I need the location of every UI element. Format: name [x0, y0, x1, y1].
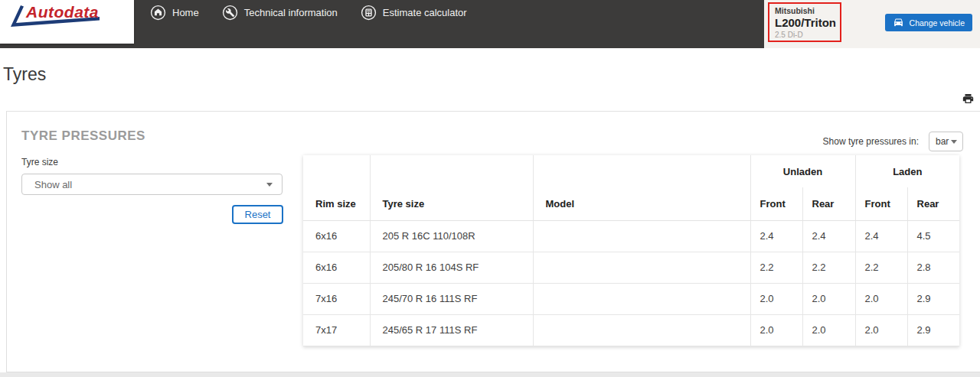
calculator-icon	[361, 5, 377, 21]
cell-unladen-rear: 2.0	[802, 314, 855, 346]
cell-rim-size: 6x16	[303, 252, 370, 283]
tyre-size-select[interactable]: Show all	[21, 174, 283, 195]
chevron-down-icon	[951, 140, 957, 144]
nav-technical-information-label: Technical information	[244, 7, 338, 18]
column-header-unladen-front: Front	[750, 187, 802, 220]
cell-rim-size: 7x16	[303, 283, 370, 314]
cell-rim-size: 6x16	[303, 220, 370, 252]
column-header-laden-rear: Rear	[907, 187, 959, 220]
cell-laden-rear: 2.9	[907, 314, 959, 346]
table-row: 7x16 245/70 R 16 111S RF 2.0 2.0 2.0 2.9	[303, 283, 959, 314]
tyre-pressures-table-panel: Unladen Laden Rim size Tyre size Model F…	[303, 155, 959, 346]
top-header: Autodata Home	[0, 0, 980, 48]
cell-laden-front: 2.0	[855, 283, 907, 314]
table-row: 6x16 205 R 16C 110/108R 2.4 2.4 2.4 4.5	[303, 220, 959, 252]
header-dark-section: Autodata Home	[0, 0, 764, 48]
cell-unladen-rear: 2.0	[802, 283, 855, 314]
column-header-unladen-rear: Rear	[802, 187, 855, 220]
table-row: 7x17 245/65 R 17 111S RF 2.0 2.0 2.0 2.9	[303, 314, 959, 346]
logo-text: Autodata	[26, 3, 99, 21]
cell-laden-rear: 2.9	[907, 283, 959, 314]
nav-estimate-calculator[interactable]: Estimate calculator	[361, 5, 467, 21]
column-header-model: Model	[533, 187, 750, 220]
tyre-size-label: Tyre size	[21, 157, 58, 167]
tyre-pressures-card: TYRE PRESSURES Show tyre pressures in: b…	[6, 111, 980, 372]
main-nav: Home Technical information	[150, 0, 490, 24]
column-header-rim-size: Rim size	[303, 187, 370, 220]
cell-rim-size: 7x17	[303, 314, 370, 346]
nav-estimate-calculator-label: Estimate calculator	[383, 7, 467, 18]
nav-home-label: Home	[172, 7, 199, 18]
column-group-unladen: Unladen	[750, 155, 855, 187]
car-icon	[893, 18, 904, 28]
page-title: Tyres	[3, 64, 46, 85]
tyre-pressures-table: Unladen Laden Rim size Tyre size Model F…	[303, 155, 959, 346]
cell-model	[533, 283, 750, 314]
reset-button[interactable]: Reset	[232, 205, 283, 224]
vehicle-engine: 2.5 Di-D	[775, 31, 835, 39]
wrench-icon	[222, 5, 238, 21]
printer-icon	[962, 93, 977, 105]
units-control: Show tyre pressures in: bar	[823, 132, 963, 151]
vehicle-make: Mitsubishi	[775, 6, 835, 15]
cell-tyre-size: 245/70 R 16 111S RF	[370, 283, 533, 314]
tyre-size-select-value: Show all	[34, 179, 72, 190]
change-vehicle-label: Change vehicle	[910, 18, 965, 28]
cell-model	[533, 220, 750, 252]
cell-unladen-rear: 2.2	[802, 252, 855, 283]
change-vehicle-button[interactable]: Change vehicle	[885, 14, 972, 31]
table-row: 6x16 205/80 R 16 104S RF 2.2 2.2 2.2 2.8	[303, 252, 959, 283]
logo[interactable]: Autodata	[0, 0, 134, 44]
print-button[interactable]	[962, 91, 977, 106]
cell-laden-rear: 2.8	[907, 252, 959, 283]
cell-unladen-front: 2.0	[750, 283, 802, 314]
cell-laden-rear: 4.5	[907, 220, 959, 252]
header-spacer	[533, 155, 750, 187]
header-light-section: Mitsubishi L200/Triton 2.5 Di-D Change v…	[764, 0, 980, 48]
vehicle-model: L200/Triton	[775, 16, 835, 29]
header-spacer	[303, 155, 370, 187]
cell-tyre-size: 205/80 R 16 104S RF	[370, 252, 533, 283]
nav-home[interactable]: Home	[150, 5, 199, 21]
header-spacer	[370, 155, 533, 187]
cell-laden-front: 2.4	[855, 220, 907, 252]
column-group-laden: Laden	[855, 155, 959, 187]
cell-tyre-size: 245/65 R 17 111S RF	[370, 314, 533, 346]
cell-model	[533, 314, 750, 346]
nav-technical-information[interactable]: Technical information	[222, 5, 338, 21]
card-title: TYRE PRESSURES	[21, 128, 145, 144]
cell-laden-front: 2.2	[855, 252, 907, 283]
cell-unladen-front: 2.0	[750, 314, 802, 346]
units-select-value: bar	[936, 136, 949, 147]
units-select[interactable]: bar	[929, 132, 963, 151]
units-label: Show tyre pressures in:	[823, 136, 919, 147]
home-icon	[150, 5, 166, 21]
cell-tyre-size: 205 R 16C 110/108R	[370, 220, 533, 252]
column-header-laden-front: Front	[855, 187, 907, 220]
cell-laden-front: 2.0	[855, 314, 907, 346]
cell-unladen-rear: 2.4	[802, 220, 855, 252]
cell-unladen-front: 2.4	[750, 220, 802, 252]
table-body: 6x16 205 R 16C 110/108R 2.4 2.4 2.4 4.5 …	[303, 220, 959, 346]
cell-model	[533, 252, 750, 283]
cell-unladen-front: 2.2	[750, 252, 802, 283]
chevron-down-icon	[266, 183, 273, 187]
column-header-tyre-size: Tyre size	[370, 187, 533, 220]
vehicle-info-box[interactable]: Mitsubishi L200/Triton 2.5 Di-D	[768, 2, 841, 42]
